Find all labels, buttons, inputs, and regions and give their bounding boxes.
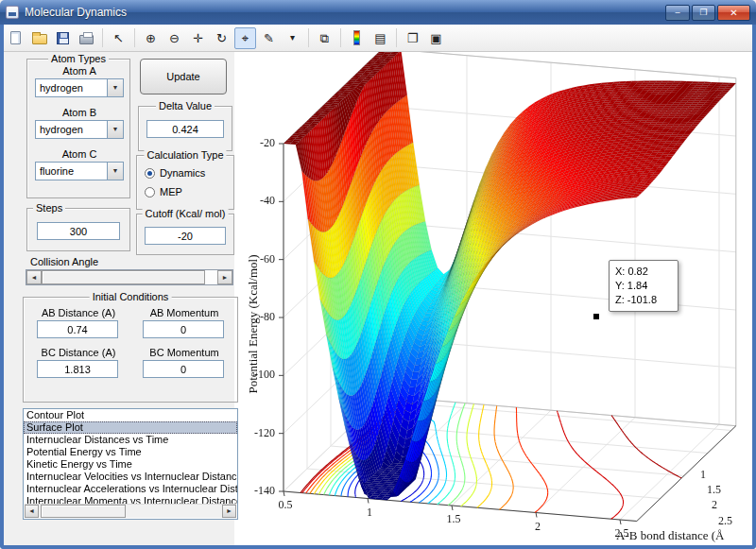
zoom-out-button[interactable]: ⊖ — [163, 27, 185, 49]
toolbar-separator — [134, 28, 135, 47]
atom-b-label: Atom B — [27, 107, 131, 118]
atom-c-select[interactable]: fluorine ▼ — [35, 162, 124, 180]
save-icon — [57, 32, 69, 44]
atom-b-select[interactable]: hydrogen ▼ — [35, 120, 124, 139]
toolbar-separator — [396, 28, 397, 47]
app-window: Molecular Dynamics – ❐ ✕ ↖ ⊕ ⊖ ✛ ↻ ⌖ ✎ ▾… — [0, 0, 756, 549]
combo-arrow-icon[interactable]: ▼ — [107, 163, 123, 180]
zoom-in-button[interactable]: ⊕ — [140, 27, 162, 49]
calculation-type-title: Calculation Type — [144, 149, 226, 161]
slider-left-arrow-icon[interactable]: ◄ — [26, 270, 42, 284]
pan-hand-icon: ✛ — [193, 32, 203, 44]
ab-momentum-input[interactable] — [143, 320, 224, 338]
update-button[interactable]: Update — [140, 59, 227, 94]
scrollbar-left-arrow-icon[interactable]: ◄ — [25, 505, 39, 518]
atom-c-label: Atom C — [27, 148, 131, 160]
collision-angle-label: Collision Angle — [30, 256, 98, 267]
list-item-surface-plot[interactable]: Surface Plot — [24, 421, 237, 434]
initial-conditions-group: Initial Conditions AB Distance (A) AB Mo… — [23, 297, 238, 403]
datatip-box[interactable]: X: 0.82 Y: 1.84 Z: -101.8 — [609, 260, 679, 312]
maximize-button[interactable]: ❐ — [692, 5, 715, 21]
list-item-kinetic-energy[interactable]: Kinetic Energy vs Time — [24, 458, 237, 471]
mep-radio[interactable]: MEP — [145, 186, 182, 197]
open-folder-icon — [32, 34, 47, 44]
zoom-in-icon: ⊕ — [146, 32, 156, 44]
window-title: Molecular Dynamics — [25, 6, 665, 19]
bc-distance-input[interactable] — [37, 360, 118, 378]
collision-angle-slider[interactable]: ◄ ► — [26, 269, 233, 285]
titlebar: Molecular Dynamics – ❐ ✕ — [0, 0, 756, 25]
scrollbar-thumb[interactable] — [41, 505, 126, 518]
bc-momentum-input[interactable] — [143, 360, 224, 378]
steps-input[interactable] — [37, 222, 120, 240]
list-item-potential-energy[interactable]: Potential Energy vs Time — [24, 446, 237, 458]
print-icon — [79, 35, 94, 44]
slider-track[interactable] — [42, 270, 217, 284]
brush-icon: ✎ — [264, 32, 274, 44]
print-figure-button[interactable] — [76, 27, 97, 49]
list-item-internuclear-distances[interactable]: Internuclear Distances vs Time — [24, 434, 237, 446]
pan-button[interactable]: ✛ — [187, 27, 209, 49]
list-item-internuclear-accelerations[interactable]: Internuclear Accelerations vs Internucle… — [24, 483, 237, 495]
combo-arrow-icon[interactable]: ▼ — [107, 121, 123, 138]
new-figure-button[interactable] — [5, 27, 26, 49]
slider-right-arrow-icon[interactable]: ► — [217, 270, 232, 284]
rotate-3d-button[interactable]: ↻ — [211, 27, 232, 49]
combo-arrow-icon[interactable]: ▼ — [107, 79, 123, 96]
link-plots-button[interactable]: ⧉ — [314, 27, 335, 49]
brush-data-button[interactable]: ✎ — [258, 27, 280, 49]
window-icon — [6, 6, 19, 19]
delta-value-input[interactable] — [146, 120, 224, 138]
atom-a-select[interactable]: hydrogen ▼ — [35, 78, 124, 97]
figure-plot-area: X: 0.82 Y: 1.84 Z: -101.8 — [234, 52, 753, 545]
scrollbar-right-arrow-icon[interactable]: ► — [222, 505, 236, 518]
radio-unselected-icon[interactable] — [145, 187, 155, 197]
cutoff-input[interactable] — [145, 227, 226, 245]
zoom-out-icon: ⊖ — [169, 32, 180, 44]
dynamics-radio[interactable]: Dynamics — [145, 167, 205, 179]
bc-momentum-label: BC Momentum — [135, 347, 233, 358]
atom-c-value: fluorine — [36, 163, 107, 180]
chevron-down-icon: ▾ — [290, 33, 295, 43]
save-figure-button[interactable] — [52, 27, 74, 49]
data-cursor-button[interactable]: ⌖ — [234, 27, 256, 49]
toolbar-separator — [308, 28, 309, 47]
atom-types-group: Atom Types Atom A hydrogen ▼ Atom B hydr… — [26, 59, 130, 198]
figure-toolbar: ↖ ⊕ ⊖ ✛ ↻ ⌖ ✎ ▾ ⧉ ▤ ❐ ▣ — [0, 25, 756, 52]
brush-dropdown-button[interactable]: ▾ — [282, 27, 303, 49]
steps-title: Steps — [33, 202, 65, 214]
edit-plot-button[interactable]: ↖ — [108, 27, 129, 49]
datatip-y: Y: 1.84 — [615, 279, 672, 293]
toolbar-separator — [340, 28, 341, 47]
atom-a-value: hydrogen — [36, 79, 107, 96]
open-file-button[interactable] — [28, 27, 50, 49]
ab-distance-input[interactable] — [37, 320, 118, 338]
initial-conditions-title: Initial Conditions — [90, 291, 172, 302]
delta-value-title: Delta Value — [156, 100, 215, 112]
delta-value-group: Delta Value — [138, 106, 232, 151]
link-plots-icon: ⧉ — [320, 32, 329, 44]
mep-radio-label: MEP — [160, 186, 182, 197]
close-button[interactable]: ✕ — [717, 5, 750, 21]
hide-plot-tools-button[interactable]: ❐ — [402, 27, 423, 49]
plot-type-listbox: Contour Plot Surface Plot Internuclear D… — [23, 408, 238, 520]
atom-b-value: hydrogen — [36, 121, 107, 138]
legend-icon: ▤ — [374, 32, 386, 44]
scrollbar-track[interactable] — [39, 505, 222, 518]
list-item-internuclear-velocities[interactable]: Internuclear Velocities vs Internuclear … — [24, 471, 237, 483]
bc-distance-label: BC Distance (A) — [29, 347, 128, 358]
minimize-button[interactable]: – — [665, 5, 690, 21]
show-plot-tools-icon: ▣ — [430, 32, 441, 44]
new-document-icon — [10, 31, 21, 44]
atom-types-title: Atom Types — [48, 53, 109, 64]
control-panel: Atom Types Atom A hydrogen ▼ Atom B hydr… — [0, 52, 234, 549]
show-plot-tools-button[interactable]: ▣ — [425, 27, 447, 49]
datatip-marker[interactable] — [593, 313, 600, 320]
dynamics-radio-label: Dynamics — [160, 167, 205, 179]
insert-legend-button[interactable]: ▤ — [369, 27, 391, 49]
slider-thumb[interactable] — [42, 270, 205, 284]
insert-colorbar-button[interactable] — [346, 27, 368, 49]
radio-selected-icon[interactable] — [145, 168, 155, 179]
list-item-contour-plot[interactable]: Contour Plot — [24, 409, 237, 421]
listbox-horizontal-scrollbar[interactable]: ◄ ► — [25, 504, 236, 518]
